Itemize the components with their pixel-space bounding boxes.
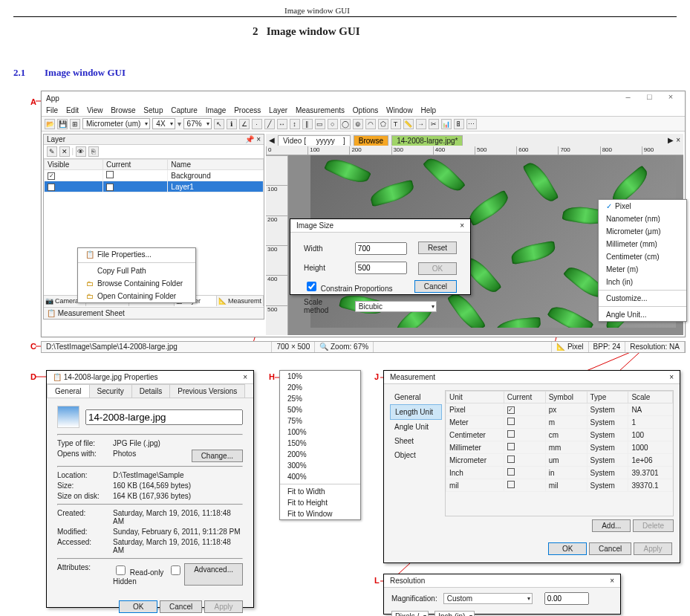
props-ok[interactable]: OK [119,600,157,613]
zoom-10[interactable]: 10% [280,371,360,382]
props-tab-general[interactable]: General [47,384,90,398]
tab-meas[interactable]: 📐Measuremt [217,296,264,306]
meas-row-mil[interactable]: milmilSystem39370.1 [446,479,673,492]
pin-icon[interactable]: 📌 [245,135,254,143]
zoom-150[interactable]: 150% [280,438,360,449]
menu-edit[interactable]: Edit [66,106,79,114]
menu-help[interactable]: Help [420,106,436,114]
arrow-icon[interactable]: ↖ [214,119,224,129]
close-icon[interactable]: × [460,221,464,230]
reset-button[interactable]: Reset [418,241,457,254]
meas-ok[interactable]: OK [548,542,587,555]
zoom-400[interactable]: 400% [280,471,360,482]
zoom-select[interactable]: 67% [183,118,212,129]
meas-cancel[interactable]: Cancel [589,542,631,555]
meas-nav-length[interactable]: Length Unit [390,404,442,420]
close-panel-icon[interactable]: × [256,135,261,143]
zoom-100[interactable]: 100% [280,427,360,438]
objective-select[interactable]: 4X [152,118,175,129]
zoom-50[interactable]: 50% [280,404,360,415]
props-tab-details[interactable]: Details [131,384,171,398]
tab-nav-left[interactable]: ◀ [269,136,275,144]
meas-row-in[interactable]: InchinSystem39.3701 [446,467,673,479]
close-icon[interactable]: × [669,373,674,381]
ctx-file-properties[interactable]: 📋File Properties... [78,248,195,261]
new-layer-icon[interactable]: ✎ [47,146,57,157]
status-zoom[interactable]: 🔍 Zoom: 67% [315,342,374,352]
ruler-icon[interactable]: 📏 [403,119,414,129]
tab-nav-right[interactable]: ▶ × [668,136,680,144]
cancel-button[interactable]: Cancel [414,280,457,293]
vis-layer-icon[interactable]: 👁 [76,146,86,157]
more-icon[interactable]: ⋯ [466,119,477,129]
zoom-fit-h[interactable]: Fit to Height [280,497,360,508]
maximize-button[interactable]: □ [639,92,659,104]
vline-icon[interactable]: ↕ [290,119,300,129]
height-input[interactable] [355,262,407,274]
meas-row-mm[interactable]: MillimetermmSystem1000 [446,441,673,454]
hist-icon[interactable]: 📊 [441,119,452,129]
props-cancel[interactable]: Cancel [160,600,202,613]
constrain-checkbox[interactable] [307,282,316,291]
unit-pixel[interactable]: Pixel [599,200,686,213]
panel-sheet-tab[interactable]: 📋 Measurement Sheet [44,307,264,319]
menu-options[interactable]: Options [353,106,378,114]
menu-file[interactable]: File [46,106,58,114]
status-unit[interactable]: 📐 Pixel [552,342,588,352]
circle-icon[interactable]: ◯ [340,119,351,129]
rect-icon[interactable]: ▭ [315,119,325,129]
change-button[interactable]: Change... [192,450,243,462]
open-icon[interactable]: 📂 [45,119,55,129]
advanced-button[interactable]: Advanced... [184,563,243,586]
tab-active[interactable]: 14-2008-large.jpg* [391,135,463,146]
close-icon[interactable]: × [610,577,614,585]
angle-icon[interactable]: ∠ [239,119,250,129]
arrow2-icon[interactable]: → [416,119,426,129]
tab-browse[interactable]: Browse [354,135,388,146]
ring-icon[interactable]: ⊚ [353,119,363,129]
minimize-button[interactable]: – [618,92,637,104]
save-icon[interactable]: 💾 [57,119,68,129]
menu-capture[interactable]: Capture [171,106,198,114]
ctx-browse-folder[interactable]: 🗀Browse Containing Folder [78,277,195,290]
ctx-copy-path[interactable]: Copy Full Path [78,265,195,277]
meas-row-pixel[interactable]: Pixel✓pxSystemNA [446,403,673,416]
close-button[interactable]: × [661,92,680,104]
parallel-icon[interactable]: ∥ [302,119,313,129]
unit-customize[interactable]: Customize... [599,292,686,305]
readonly-checkbox[interactable] [116,565,126,575]
meas-row-cm[interactable]: CentimetercmSystem100 [446,429,673,441]
menu-measurements[interactable]: Measurements [296,106,345,114]
meas-nav-sheet[interactable]: Sheet [390,434,442,448]
filename-input[interactable] [85,409,243,425]
ctx-open-folder[interactable]: 🗀Open Containing Folder [78,290,195,302]
layer-row-bg[interactable]: ✓Background [45,170,264,181]
ellipse-icon[interactable]: ○ [328,119,338,129]
unit-mm[interactable]: Millimeter (mm) [599,238,686,250]
zoom-25[interactable]: 25% [280,393,360,404]
unit-in[interactable]: Inch (in) [599,276,686,288]
menu-browse[interactable]: Browse [111,106,135,114]
unit-cm[interactable]: Centimeter (cm) [599,250,686,263]
props-tab-prev[interactable]: Previous Versions [169,384,245,398]
res-unit2[interactable]: Inch (in) [434,611,475,616]
layer-row-1[interactable]: ✓✓Layer1 [45,181,264,192]
zoom-fit-win[interactable]: Fit to Window [280,508,360,519]
unit-angle[interactable]: Angle Unit... [599,308,686,321]
zoom-300[interactable]: 300% [280,460,360,471]
poly-icon[interactable]: ⬠ [378,119,388,129]
zoom-200[interactable]: 200% [280,449,360,460]
meas-add[interactable]: Add... [592,519,631,532]
point-icon[interactable]: · [252,119,262,129]
meas-row-um[interactable]: MicrometerumSystem1e+06 [446,454,673,467]
grid-icon[interactable]: ⊞ [70,119,80,129]
unit-select[interactable]: Micrometer (um) [82,118,150,129]
magnification-select[interactable]: Custom [443,593,533,604]
meas-nav-angle[interactable]: Angle Unit [390,420,442,434]
resolution-value[interactable] [544,592,589,605]
unit-um[interactable]: Micrometer (μm) [599,225,686,238]
menu-process[interactable]: Process [234,106,261,114]
scale-method-select[interactable]: Bicubic [355,301,437,312]
delete-layer-icon[interactable]: ✕ [59,146,70,157]
close-icon[interactable]: × [243,373,247,381]
